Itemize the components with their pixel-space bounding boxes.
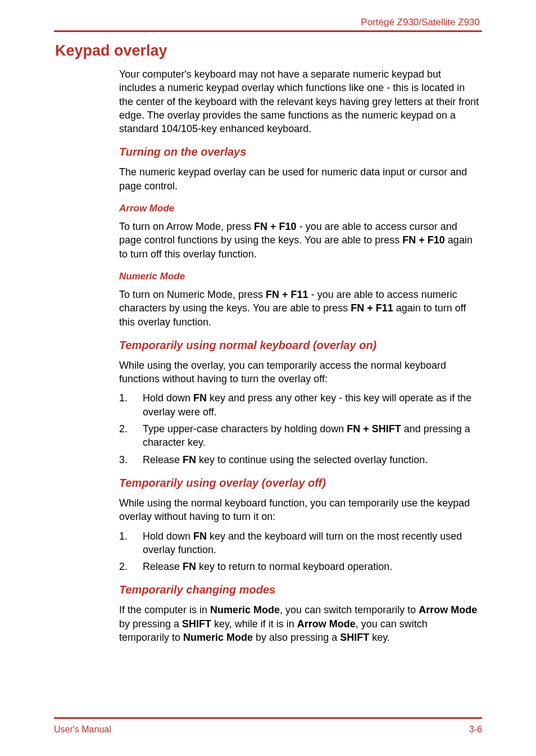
text: If the computer is in xyxy=(119,604,210,615)
steps-list: 1. Hold down FN key and press any other … xyxy=(119,391,480,466)
subheading-temp-overlay: Temporarily using overlay (overlay off) xyxy=(119,477,480,490)
list-item: 2. Type upper-case characters by holding… xyxy=(119,422,480,450)
mode-name: Arrow Mode xyxy=(297,618,356,630)
text: by pressing a xyxy=(119,618,182,630)
list-text: Release FN key to return to normal keybo… xyxy=(143,560,480,573)
subheading-turning-on-overlays: Turning on the overlays xyxy=(119,146,480,159)
list-text: Hold down FN key and press any other key… xyxy=(143,391,480,419)
text: key, while if it is in xyxy=(211,618,297,630)
list-text: Type upper-case characters by holding do… xyxy=(143,422,480,450)
mode-name: Arrow Mode xyxy=(419,604,477,615)
text: To turn on Arrow Mode, press xyxy=(119,221,254,232)
text: Hold down xyxy=(143,531,193,542)
list-number: 3. xyxy=(119,453,143,467)
page: Portégé Z930/Satellite Z930 Keypad overl… xyxy=(0,0,536,756)
page-footer: User's Manual 3-6 xyxy=(54,717,482,735)
key-name: SHIFT xyxy=(340,632,369,643)
list-item: 3. Release FN key to continue using the … xyxy=(119,453,480,467)
text: Type upper-case characters by holding do… xyxy=(143,423,347,434)
text: Release xyxy=(143,561,183,572)
list-item: 2. Release FN key to return to normal ke… xyxy=(119,560,480,573)
list-number: 1. xyxy=(119,529,143,557)
numeric-mode-paragraph: To turn on Numeric Mode, press FN + F11 … xyxy=(119,288,480,329)
section-heading-keypad-overlay: Keypad overlay xyxy=(55,42,482,60)
intro-paragraph: Your computer's keyboard may not have a … xyxy=(119,67,480,135)
steps-list: 1. Hold down FN key and the keyboard wil… xyxy=(119,529,480,574)
subheading-temp-normal-keyboard: Temporarily using normal keyboard (overl… xyxy=(119,339,480,352)
mode-name: Numeric Mode xyxy=(210,604,280,615)
header-product: Portégé Z930/Satellite Z930 xyxy=(54,17,482,28)
subheading-numeric-mode: Numeric Mode xyxy=(119,271,480,282)
text: , you can switch temporarily to xyxy=(280,604,419,615)
list-number: 1. xyxy=(119,391,143,419)
list-text: Hold down FN key and the keyboard will t… xyxy=(143,529,480,557)
text: by also pressing a xyxy=(253,632,340,643)
key-combo: FN xyxy=(193,392,207,404)
key-combo: FN + F10 xyxy=(254,221,297,232)
list-number: 2. xyxy=(119,422,143,450)
list-item: 1. Hold down FN key and the keyboard wil… xyxy=(119,529,480,557)
key-combo: FN + F10 xyxy=(402,234,445,246)
text: key. xyxy=(369,632,390,643)
key-name: SHIFT xyxy=(182,618,211,630)
text: Hold down xyxy=(143,392,193,404)
list-item: 1. Hold down FN key and press any other … xyxy=(119,391,480,419)
text: Release xyxy=(143,454,183,465)
key-combo: FN + F11 xyxy=(266,289,308,300)
paragraph: While using the overlay, you can tempora… xyxy=(119,359,480,386)
text: key to return to normal keyboard operati… xyxy=(196,561,392,572)
key-combo: FN xyxy=(183,561,196,572)
changing-modes-paragraph: If the computer is in Numeric Mode, you … xyxy=(119,603,480,644)
arrow-mode-paragraph: To turn on Arrow Mode, press FN + F10 - … xyxy=(119,220,480,261)
text: To turn on Numeric Mode, press xyxy=(119,289,266,300)
paragraph: While using the normal keyboard function… xyxy=(119,496,480,524)
header-rule xyxy=(54,30,482,32)
list-number: 2. xyxy=(119,560,143,573)
key-combo: FN + SHIFT xyxy=(347,423,401,434)
footer-rule xyxy=(54,717,482,719)
key-combo: FN xyxy=(193,531,207,542)
subheading-arrow-mode: Arrow Mode xyxy=(119,203,480,214)
text: key to continue using the selected overl… xyxy=(196,454,428,465)
mode-name: Numeric Mode xyxy=(183,632,253,643)
list-text: Release FN key to continue using the sel… xyxy=(143,453,480,467)
paragraph: The numeric keypad overlay can be used f… xyxy=(119,165,480,193)
footer-page-number: 3-6 xyxy=(469,725,482,735)
subheading-temp-changing-modes: Temporarily changing modes xyxy=(119,583,480,596)
footer-left: User's Manual xyxy=(54,725,111,735)
key-combo: FN xyxy=(183,454,196,465)
key-combo: FN + F11 xyxy=(351,302,393,314)
content: Your computer's keyboard may not have a … xyxy=(119,67,480,644)
